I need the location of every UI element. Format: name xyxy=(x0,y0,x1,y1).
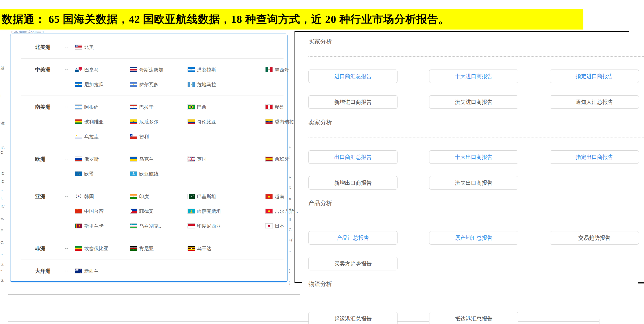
country-item-ukraine[interactable]: 乌克兰 xyxy=(130,156,188,162)
clipped-text-fragment: ( xyxy=(289,280,290,284)
report-button-买卖方趋势报告[interactable]: 买卖方趋势报告 xyxy=(308,257,398,270)
report-button-row: 进口商汇总报告十大进口商报告指定进口商报告 xyxy=(308,70,644,83)
report-button-新增进口商报告[interactable]: 新增进口商报告 xyxy=(308,95,398,109)
continent-separator: -- xyxy=(65,44,75,50)
philippines-flag-icon xyxy=(130,209,137,213)
clipped-text-fragment: S. xyxy=(1,278,4,282)
country-item-korea[interactable]: 韩国 xyxy=(75,193,130,200)
country-item-eurasia[interactable]: 欧亚航线 xyxy=(130,171,188,177)
country-name: 新西兰 xyxy=(84,268,99,274)
report-button-通知人汇总报告[interactable]: 通知人汇总报告 xyxy=(550,95,639,109)
country-item-india[interactable]: 印度 xyxy=(130,193,188,200)
clipped-text-fragment: ( xyxy=(289,268,290,272)
country-item-vietnam[interactable]: 越南 xyxy=(266,193,298,200)
country-item-ethiopia[interactable]: 埃塞俄比亚 xyxy=(75,245,130,252)
country-item-kazakhstan[interactable]: 哈萨克斯坦 xyxy=(188,208,266,214)
report-button-进口商汇总报告[interactable]: 进口商汇总报告 xyxy=(308,70,398,83)
country-name: 欧亚航线 xyxy=(139,171,159,177)
country-name: 厄瓜多尔 xyxy=(139,119,159,125)
country-item-pakistan[interactable]: 巴基斯坦 xyxy=(188,193,266,200)
report-button-十大出口商报告[interactable]: 十大出口商报告 xyxy=(429,150,518,164)
continent-section-非洲: 非洲--埃塞俄比亚肯尼亚乌干达 xyxy=(10,237,287,260)
country-item-costarica[interactable]: 哥斯达黎加 xyxy=(130,67,188,73)
country-item-us[interactable]: 北美 xyxy=(75,44,130,50)
country-item-uk[interactable]: 英国 xyxy=(188,156,266,162)
country-item-uruguay[interactable]: 乌拉圭 xyxy=(75,133,130,140)
dashed-divider xyxy=(308,218,644,218)
report-section-title: 卖家分析 xyxy=(308,118,644,126)
country-item-paraguay[interactable]: 巴拉圭 xyxy=(130,104,188,110)
continent-separator: -- xyxy=(65,246,75,251)
report-button-原产地汇总报告[interactable]: 原产地汇总报告 xyxy=(429,231,518,245)
mexico-flag-icon xyxy=(266,67,273,72)
report-button-十大进口商报告[interactable]: 十大进口商报告 xyxy=(429,70,518,83)
clipped-text-fragment: ≡. xyxy=(1,216,4,220)
continent-label: 欧洲 xyxy=(35,156,65,163)
country-item-mexico[interactable]: 墨西哥 xyxy=(266,67,289,73)
uk-flag-icon xyxy=(188,157,195,161)
country-item-eu[interactable]: 欧盟 xyxy=(75,171,130,177)
report-button-指定出口商报告[interactable]: 指定出口商报告 xyxy=(550,150,639,164)
country-item-argentina[interactable]: 阿根廷 xyxy=(75,104,130,110)
country-name: 危地马拉 xyxy=(197,81,216,88)
country-item-guatemala[interactable]: 危地马拉 xyxy=(188,81,266,88)
clipped-text-fragment: S. xyxy=(1,262,4,266)
country-item-kyrgyzstan[interactable]: 吉尔吉斯... xyxy=(266,208,298,214)
continent-separator: -- xyxy=(65,268,75,274)
country-item-japan[interactable]: 日本 xyxy=(266,223,298,229)
country-item-colombia[interactable]: 哥伦比亚 xyxy=(188,119,266,125)
country-item-spain[interactable]: 西班牙 xyxy=(266,156,289,162)
country-item-brazil[interactable]: 巴西 xyxy=(188,104,266,110)
country-item-honduras[interactable]: 洪都拉斯 xyxy=(188,67,266,73)
report-button-指定进口商报告[interactable]: 指定进口商报告 xyxy=(550,70,639,83)
nicaragua-flag-icon xyxy=(75,82,82,87)
clipped-text-fragment: II xyxy=(289,217,291,221)
country-name: 印度 xyxy=(139,193,149,200)
report-button-交易趋势报告[interactable]: 交易趋势报告 xyxy=(550,231,639,245)
report-button-row: 出口商汇总报告十大出口商报告指定出口商报告 xyxy=(308,150,644,164)
country-item-uganda[interactable]: 乌干达 xyxy=(188,245,266,252)
country-name: 巴基斯坦 xyxy=(197,193,216,200)
report-button-流失进口商报告[interactable]: 流失进口商报告 xyxy=(429,95,518,109)
country-item-bolivia[interactable]: 玻利维亚 xyxy=(75,119,130,125)
country-item-newzealand[interactable]: 新西兰 xyxy=(75,268,130,274)
country-name: 墨西哥 xyxy=(275,67,289,73)
report-button-出口商汇总报告[interactable]: 出口商汇总报告 xyxy=(308,150,398,164)
report-button-起运港汇总报告[interactable]: 起运港汇总报告 xyxy=(308,312,398,324)
country-item-indonesia[interactable]: 印度尼西亚 xyxy=(188,223,266,229)
country-item-uzbekistan[interactable]: 乌兹别克.. xyxy=(130,223,188,229)
continent-separator: -- xyxy=(65,67,75,72)
country-item-kenya[interactable]: 肯尼亚 xyxy=(130,245,188,252)
background-line-1 xyxy=(8,294,300,295)
report-button-新增出口商报告[interactable]: 新增出口商报告 xyxy=(308,176,398,190)
country-item-panama[interactable]: 巴拿马 xyxy=(75,67,130,73)
korea-flag-icon xyxy=(75,194,82,199)
report-button-流失出口商报告[interactable]: 流失出口商报告 xyxy=(429,176,518,190)
clipped-text-fragment: F( xyxy=(289,238,292,242)
country-item-ecuador[interactable]: 厄瓜多尔 xyxy=(130,119,188,125)
country-item-taiwan[interactable]: 中国台湾 xyxy=(75,208,130,214)
country-name: 中国台湾 xyxy=(84,208,104,214)
elsalvador-flag-icon xyxy=(130,82,137,87)
country-item-russia[interactable]: 俄罗斯 xyxy=(75,156,130,162)
country-item-nicaragua[interactable]: 尼加拉瓜 xyxy=(75,81,130,88)
clipped-text-fragment: R: xyxy=(289,175,293,179)
country-item-venezuela[interactable]: 委内瑞拉 xyxy=(266,119,294,125)
report-button-产品汇总报告[interactable]: 产品汇总报告 xyxy=(308,231,398,245)
newzealand-flag-icon xyxy=(75,269,82,273)
country-item-peru[interactable]: 秘鲁 xyxy=(266,104,294,110)
report-section-title: 产品分析 xyxy=(308,199,644,207)
venezuela-flag-icon xyxy=(266,119,273,124)
russia-flag-icon xyxy=(75,157,82,161)
report-button-row: 买卖方趋势报告 xyxy=(308,257,644,270)
country-item-philippines[interactable]: 菲律宾 xyxy=(130,208,188,214)
country-item-srilanka[interactable]: 斯里兰卡 xyxy=(75,223,130,229)
country-item-elsalvador[interactable]: 萨尔瓦多 xyxy=(130,81,188,88)
country-item-chile[interactable]: 智利 xyxy=(130,133,188,140)
india-flag-icon xyxy=(130,194,137,199)
peru-flag-icon xyxy=(266,105,273,109)
clipped-text-fragment: 瀳 xyxy=(1,121,5,125)
report-button-抵达港汇总报告[interactable]: 抵达港汇总报告 xyxy=(429,312,518,324)
country-name: 西班牙 xyxy=(275,156,289,162)
continent-separator: -- xyxy=(65,194,75,199)
